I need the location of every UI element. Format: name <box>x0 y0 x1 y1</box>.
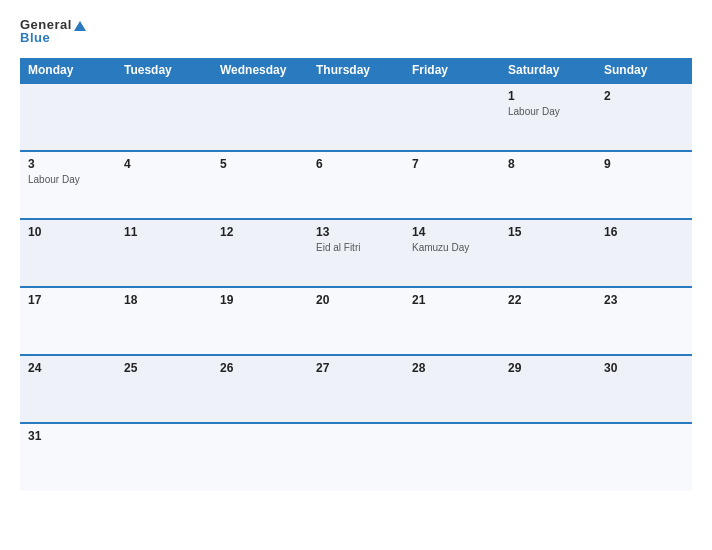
calendar-cell: 18 <box>116 287 212 355</box>
calendar-cell: 21 <box>404 287 500 355</box>
day-number: 24 <box>28 361 108 375</box>
holiday-label: Kamuzu Day <box>412 241 492 254</box>
day-number: 13 <box>316 225 396 239</box>
day-number: 17 <box>28 293 108 307</box>
day-number: 1 <box>508 89 588 103</box>
calendar-cell: 24 <box>20 355 116 423</box>
calendar-week-row: 17181920212223 <box>20 287 692 355</box>
calendar-page: General Blue MondayTuesdayWednesdayThurs… <box>0 0 712 550</box>
calendar-cell: 7 <box>404 151 500 219</box>
calendar-cell <box>116 83 212 151</box>
calendar-cell: 9 <box>596 151 692 219</box>
calendar-cell: 23 <box>596 287 692 355</box>
calendar-cell: 14Kamuzu Day <box>404 219 500 287</box>
day-number: 16 <box>604 225 684 239</box>
day-number: 3 <box>28 157 108 171</box>
calendar-cell <box>212 83 308 151</box>
logo-blue-text: Blue <box>20 31 86 44</box>
calendar-week-row: 24252627282930 <box>20 355 692 423</box>
calendar-cell: 25 <box>116 355 212 423</box>
weekday-header-row: MondayTuesdayWednesdayThursdayFridaySatu… <box>20 58 692 83</box>
calendar-week-row: 10111213Eid al Fitri14Kamuzu Day1516 <box>20 219 692 287</box>
day-number: 26 <box>220 361 300 375</box>
day-number: 23 <box>604 293 684 307</box>
day-number: 10 <box>28 225 108 239</box>
calendar-week-row: 1Labour Day2 <box>20 83 692 151</box>
calendar-cell: 5 <box>212 151 308 219</box>
day-number: 29 <box>508 361 588 375</box>
day-number: 27 <box>316 361 396 375</box>
calendar-cell: 20 <box>308 287 404 355</box>
calendar-cell <box>404 423 500 491</box>
day-number: 4 <box>124 157 204 171</box>
calendar-cell: 26 <box>212 355 308 423</box>
weekday-friday: Friday <box>404 58 500 83</box>
day-number: 25 <box>124 361 204 375</box>
calendar-cell: 17 <box>20 287 116 355</box>
calendar-header: General Blue <box>20 18 692 44</box>
day-number: 20 <box>316 293 396 307</box>
logo-triangle-icon <box>74 21 86 31</box>
calendar-cell: 29 <box>500 355 596 423</box>
day-number: 6 <box>316 157 396 171</box>
holiday-label: Labour Day <box>28 173 108 186</box>
day-number: 12 <box>220 225 300 239</box>
holiday-label: Labour Day <box>508 105 588 118</box>
calendar-cell <box>20 83 116 151</box>
weekday-monday: Monday <box>20 58 116 83</box>
day-number: 14 <box>412 225 492 239</box>
calendar-cell <box>212 423 308 491</box>
calendar-cell: 2 <box>596 83 692 151</box>
day-number: 15 <box>508 225 588 239</box>
calendar-cell <box>500 423 596 491</box>
calendar-week-row: 31 <box>20 423 692 491</box>
weekday-saturday: Saturday <box>500 58 596 83</box>
calendar-table: MondayTuesdayWednesdayThursdayFridaySatu… <box>20 58 692 491</box>
calendar-cell: 28 <box>404 355 500 423</box>
day-number: 9 <box>604 157 684 171</box>
weekday-sunday: Sunday <box>596 58 692 83</box>
day-number: 2 <box>604 89 684 103</box>
weekday-thursday: Thursday <box>308 58 404 83</box>
calendar-cell <box>308 83 404 151</box>
calendar-cell: 16 <box>596 219 692 287</box>
calendar-cell: 15 <box>500 219 596 287</box>
day-number: 22 <box>508 293 588 307</box>
calendar-cell: 1Labour Day <box>500 83 596 151</box>
day-number: 8 <box>508 157 588 171</box>
day-number: 31 <box>28 429 108 443</box>
calendar-cell: 19 <box>212 287 308 355</box>
day-number: 5 <box>220 157 300 171</box>
day-number: 11 <box>124 225 204 239</box>
holiday-label: Eid al Fitri <box>316 241 396 254</box>
calendar-cell: 12 <box>212 219 308 287</box>
calendar-cell <box>308 423 404 491</box>
calendar-cell: 30 <box>596 355 692 423</box>
calendar-cell: 31 <box>20 423 116 491</box>
calendar-cell: 6 <box>308 151 404 219</box>
day-number: 30 <box>604 361 684 375</box>
calendar-cell: 8 <box>500 151 596 219</box>
day-number: 7 <box>412 157 492 171</box>
calendar-cell <box>404 83 500 151</box>
day-number: 21 <box>412 293 492 307</box>
day-number: 28 <box>412 361 492 375</box>
calendar-cell: 4 <box>116 151 212 219</box>
weekday-wednesday: Wednesday <box>212 58 308 83</box>
weekday-tuesday: Tuesday <box>116 58 212 83</box>
day-number: 18 <box>124 293 204 307</box>
calendar-cell: 11 <box>116 219 212 287</box>
calendar-cell: 13Eid al Fitri <box>308 219 404 287</box>
logo: General Blue <box>20 18 86 44</box>
calendar-week-row: 3Labour Day456789 <box>20 151 692 219</box>
calendar-cell: 10 <box>20 219 116 287</box>
calendar-cell <box>116 423 212 491</box>
calendar-cell: 22 <box>500 287 596 355</box>
calendar-cell: 3Labour Day <box>20 151 116 219</box>
day-number: 19 <box>220 293 300 307</box>
calendar-cell <box>596 423 692 491</box>
calendar-cell: 27 <box>308 355 404 423</box>
